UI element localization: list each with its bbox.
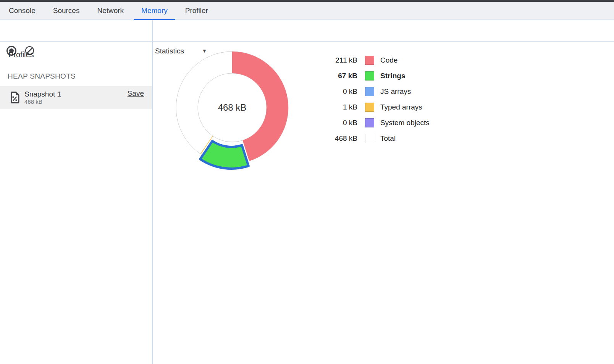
legend-label: Code <box>380 56 397 64</box>
snapshot-text-block: Snapshot 1 468 kB <box>24 90 61 105</box>
legend-row-system-objects[interactable]: 0 kBSystem objects <box>305 115 430 130</box>
devtools-tab-bar: ConsoleSourcesNetworkMemoryProfiler <box>0 2 614 20</box>
legend-value: 0 kB <box>305 119 357 127</box>
legend-value: 67 kB <box>305 72 357 80</box>
legend-label: Total <box>380 134 396 143</box>
tab-memory[interactable]: Memory <box>132 2 176 19</box>
legend-value: 0 kB <box>305 87 357 96</box>
legend-label: System objects <box>380 119 430 127</box>
sidebar-item-snapshot-1[interactable]: Snapshot 1 468 kB Save <box>0 86 152 109</box>
legend-row-strings[interactable]: 67 kBStrings <box>305 68 430 84</box>
memory-toolbar: Statistics ▼ <box>0 20 614 42</box>
tab-sources[interactable]: Sources <box>44 2 89 19</box>
legend-label: JS arrays <box>380 87 411 96</box>
legend-value: 1 kB <box>305 103 357 111</box>
snapshot-size: 468 kB <box>24 98 61 105</box>
tab-network[interactable]: Network <box>88 2 132 19</box>
tab-profiler[interactable]: Profiler <box>176 2 217 19</box>
donut-slice-strings[interactable] <box>200 141 249 169</box>
legend-swatch-icon <box>365 87 374 96</box>
legend-value: 211 kB <box>305 56 357 64</box>
legend-value: 468 kB <box>305 134 357 143</box>
legend-row-js-arrays[interactable]: 0 kBJS arrays <box>305 84 430 99</box>
snapshot-title: Snapshot 1 <box>24 90 61 98</box>
legend-label: Strings <box>380 72 405 80</box>
legend-swatch-icon <box>365 71 374 81</box>
legend-label: Typed arrays <box>380 103 422 111</box>
heap-snapshot-document-icon <box>10 91 20 103</box>
save-snapshot-link[interactable]: Save <box>128 89 144 98</box>
tab-console[interactable]: Console <box>0 2 44 19</box>
legend-swatch-icon <box>365 103 374 112</box>
statistics-donut-chart[interactable]: 468 kB <box>171 46 297 172</box>
legend-swatch-icon <box>365 134 374 143</box>
profiles-heading: Profiles <box>8 50 34 59</box>
legend-row-typed-arrays[interactable]: 1 kBTyped arrays <box>305 99 430 115</box>
legend-row-total[interactable]: 468 kBTotal <box>305 130 430 146</box>
legend-row-code[interactable]: 211 kBCode <box>305 52 430 68</box>
chart-center-total-label: 468 kB <box>218 102 247 113</box>
heap-snapshots-section-heading: HEAP SNAPSHOTS <box>8 72 76 81</box>
chart-legend: 211 kBCode67 kBStrings0 kBJS arrays1 kBT… <box>305 52 430 146</box>
sidebar-divider[interactable] <box>152 20 153 364</box>
legend-swatch-icon <box>365 56 374 65</box>
legend-swatch-icon <box>365 118 374 127</box>
